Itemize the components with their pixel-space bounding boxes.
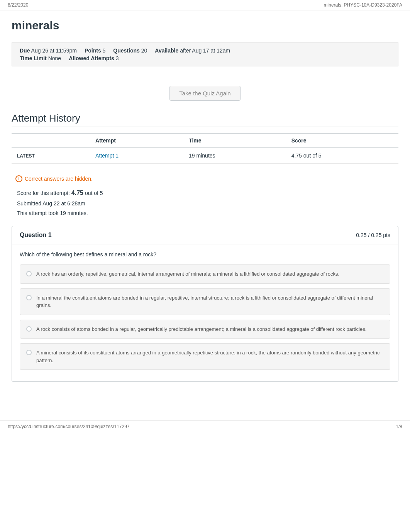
due-value: Aug 26 at 11:59pm: [31, 47, 77, 54]
question-body: Which of the following best defines a mi…: [12, 244, 398, 381]
question-block-1: Question 1 0.25 / 0.25 pts Which of the …: [12, 226, 398, 382]
answer-text-3: A rock consists of atoms bonded in a reg…: [36, 325, 366, 333]
quiz-meta: Due Aug 26 at 11:59pm Points 5 Questions…: [12, 42, 398, 66]
meta-row-2: Time Limit None Allowed Attempts 3: [20, 55, 390, 61]
score-suffix: out of 5: [85, 190, 103, 196]
take-quiz-button[interactable]: Take the Quiz Again: [169, 86, 240, 101]
question-header: Question 1 0.25 / 0.25 pts: [12, 226, 398, 244]
available-value: after Aug 17 at 12am: [180, 47, 230, 54]
answer-option-1[interactable]: A rock has an orderly, repetitive, geome…: [20, 264, 390, 284]
points-item: Points 5: [85, 47, 105, 54]
available-label: Available: [155, 47, 178, 54]
attempt-link[interactable]: Attempt 1: [95, 152, 119, 159]
col-header-empty: [12, 134, 90, 148]
score-bold-value: 4.75: [71, 190, 83, 196]
take-quiz-section: Take the Quiz Again: [12, 74, 398, 112]
page-title-bar: minerals: PHYSC-10A-D9323-2020FA: [324, 2, 402, 8]
quiz-title: minerals: [12, 19, 398, 36]
question-title: Question 1: [20, 232, 52, 239]
allowed-attempts-value: 3: [116, 55, 119, 61]
time-limit-label: Time Limit: [20, 55, 47, 61]
question-score: 0.25 / 0.25 pts: [356, 232, 390, 238]
col-header-score: Score: [286, 134, 398, 148]
attempt-time: 19 minutes: [183, 148, 286, 164]
due-item: Due Aug 26 at 11:59pm: [20, 47, 77, 54]
available-item: Available after Aug 17 at 12am: [155, 47, 230, 54]
attempt-score: 4.75 out of 5: [286, 148, 398, 164]
questions-value: 20: [141, 47, 147, 54]
questions-label: Questions: [113, 47, 139, 54]
points-value: 5: [103, 47, 106, 54]
answer-option-4[interactable]: A mineral consists of its constituent at…: [20, 343, 390, 370]
submitted-line: Submitted Aug 22 at 6:28am: [17, 199, 395, 208]
top-bar: 8/22/2020 minerals: PHYSC-10A-D9323-2020…: [0, 0, 410, 10]
points-label: Points: [85, 47, 101, 54]
answer-radio-3: [26, 326, 32, 332]
score-prefix: Score for this attempt:: [17, 190, 70, 196]
latest-label: LATEST: [12, 148, 90, 164]
allowed-attempts-label: Allowed Attempts: [69, 55, 114, 61]
attempt-link-cell[interactable]: Attempt 1: [90, 148, 183, 164]
attempt-history-table: Attempt Time Score LATEST Attempt 1 19 m…: [12, 133, 398, 164]
col-header-time: Time: [183, 134, 286, 148]
answer-text-1: A rock has an orderly, repetitive, geome…: [36, 270, 339, 278]
questions-item: Questions 20: [113, 47, 147, 54]
notice-section: i Correct answers are hidden. Score for …: [12, 175, 398, 218]
time-limit-value: None: [48, 55, 61, 61]
info-icon: i: [15, 175, 22, 182]
notice-text: Correct answers are hidden.: [25, 176, 93, 182]
answer-text-2: In a mineral the constituent atoms are b…: [36, 294, 384, 309]
answer-radio-1: [26, 271, 32, 276]
allowed-attempts-item: Allowed Attempts 3: [69, 55, 119, 61]
answer-radio-4: [26, 350, 32, 355]
date-label: 8/22/2020: [8, 2, 28, 8]
answer-option-3[interactable]: A rock consists of atoms bonded in a reg…: [20, 320, 390, 339]
score-line: Score for this attempt: 4.75 out of 5: [17, 188, 395, 199]
duration-line: This attempt took 19 minutes.: [17, 208, 395, 218]
answer-radio-2: [26, 295, 32, 300]
meta-row-1: Due Aug 26 at 11:59pm Points 5 Questions…: [20, 47, 390, 54]
question-text: Which of the following best defines a mi…: [20, 251, 390, 258]
answer-text-4: A mineral consists of its constituent at…: [36, 349, 384, 364]
footer-bar: https://yccd.instructure.com/courses/241…: [0, 420, 410, 432]
due-label: Due: [20, 47, 30, 54]
footer-url: https://yccd.instructure.com/courses/241…: [8, 424, 130, 429]
correct-answers-notice: i Correct answers are hidden.: [15, 175, 395, 182]
score-summary: Score for this attempt: 4.75 out of 5 Su…: [15, 188, 395, 218]
attempt-history-title: Attempt History: [12, 112, 398, 127]
answer-option-2[interactable]: In a mineral the constituent atoms are b…: [20, 288, 390, 315]
questions-container: Question 1 0.25 / 0.25 pts Which of the …: [12, 226, 398, 382]
time-limit-item: Time Limit None: [20, 55, 61, 61]
col-header-attempt: Attempt: [90, 134, 183, 148]
table-row: LATEST Attempt 1 19 minutes 4.75 out of …: [12, 148, 398, 164]
footer-page: 1/8: [396, 424, 402, 429]
